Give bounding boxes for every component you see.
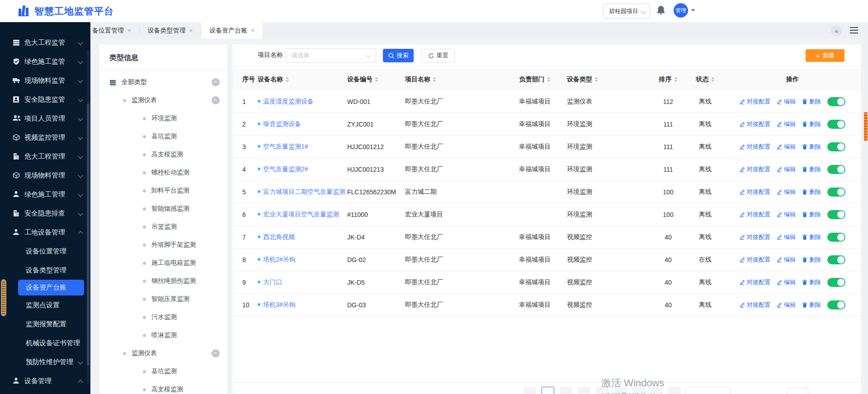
tree-node-13[interactable]: 污水监测	[99, 308, 227, 326]
enable-toggle-on[interactable]	[827, 97, 845, 106]
column-header-code[interactable]: 设备编号	[347, 75, 405, 84]
collapse-circle-icon[interactable]	[212, 349, 220, 357]
link-config-button[interactable]: 对接配置	[740, 98, 770, 106]
page-button-current[interactable]	[542, 387, 554, 394]
right-scrollbar-track[interactable]	[863, 39, 868, 394]
sort-caret-icon[interactable]	[285, 77, 289, 82]
device-name-link[interactable]: 温度湿度监测设备	[263, 98, 314, 105]
edit-button[interactable]: 编辑	[777, 256, 796, 264]
device-name-link[interactable]: 塔机2#吊钩	[263, 256, 296, 263]
enable-toggle-on[interactable]	[827, 255, 845, 264]
link-config-button[interactable]: 对接配置	[740, 120, 770, 128]
notification-bell-icon[interactable]	[656, 5, 667, 17]
sidebar-subitem-5[interactable]: 机械设备证书管理	[0, 333, 90, 352]
column-header-name[interactable]: 设备名称	[258, 75, 347, 84]
sort-caret-icon[interactable]	[711, 77, 715, 82]
tree-node-0[interactable]: 全部类型	[99, 73, 227, 91]
link-config-button[interactable]: 对接配置	[740, 211, 770, 219]
device-name-link[interactable]: 富力城项目二期空气质量监测	[263, 188, 345, 195]
tree-node-16[interactable]: 基坑监测	[99, 362, 227, 380]
sidebar-subitem-2-active[interactable]: 设备资产台账	[18, 280, 84, 296]
avatar-caret-icon[interactable]	[691, 9, 695, 12]
delete-button[interactable]: 删除	[802, 233, 821, 241]
sidebar-item-7[interactable]: 现场物料管理	[0, 166, 90, 185]
sidebar-item-bottom[interactable]: 设备管理	[0, 371, 90, 390]
page-button[interactable]	[650, 387, 663, 394]
sidebar-scrollbar-thumb[interactable]	[87, 103, 90, 366]
column-header-dept[interactable]: 负责部门	[505, 75, 564, 84]
collapse-tabs-button[interactable]: «	[831, 25, 842, 36]
edit-button[interactable]: 编辑	[777, 165, 796, 174]
project-name-select[interactable]: 请选择	[286, 48, 376, 63]
edit-button[interactable]: 编辑	[777, 278, 796, 286]
sidebar-item-1[interactable]: 绿色施工监管	[0, 52, 90, 71]
sidebar-item-8[interactable]: 绿色施工管理	[0, 185, 90, 204]
edit-button[interactable]: 编辑	[777, 233, 796, 241]
enable-toggle-on[interactable]	[827, 210, 845, 219]
page-size-select[interactable]	[685, 387, 731, 394]
device-name-link[interactable]: 噪音监测设备	[263, 120, 301, 127]
page-button[interactable]	[632, 387, 645, 394]
close-icon[interactable]: ×	[127, 27, 131, 34]
column-header-proj[interactable]: 项目名称	[405, 75, 505, 84]
sidebar-subitem-4[interactable]: 监测报警配置	[0, 314, 90, 333]
edit-button[interactable]: 编辑	[777, 301, 796, 309]
delete-button[interactable]: 删除	[802, 278, 821, 286]
delete-button[interactable]: 删除	[802, 256, 821, 264]
sidebar-item-6[interactable]: 危大工程管理	[0, 147, 90, 166]
edit-button[interactable]: 编辑	[777, 143, 796, 151]
sidebar-item-5[interactable]: 视频监控管理	[0, 128, 90, 147]
tab-0[interactable]: 备位置管理×	[90, 22, 139, 39]
left-striped-scroll-indicator[interactable]	[1, 279, 6, 316]
sort-caret-icon[interactable]	[547, 77, 551, 82]
device-name-link[interactable]: 大门口	[263, 278, 282, 286]
link-config-button[interactable]: 对接配置	[740, 256, 770, 264]
right-scrollbar-thumb[interactable]	[864, 112, 868, 141]
tree-node-12[interactable]: 智能压浆监测	[99, 290, 227, 308]
tree-node-10[interactable]: 施工临电箱监测	[99, 254, 227, 272]
page-button[interactable]	[668, 387, 681, 394]
tab-1[interactable]: 设备类型管理×	[140, 22, 201, 39]
sidebar-subitem-6[interactable]: 预防性维护管理	[0, 352, 90, 371]
edit-button[interactable]: 编辑	[777, 188, 796, 196]
link-config-button[interactable]: 对接配置	[740, 301, 770, 309]
page-jump-input[interactable]	[787, 388, 808, 394]
page-button[interactable]	[596, 387, 609, 394]
sidebar-subitem-1[interactable]: 设备类型管理	[0, 261, 90, 280]
sort-caret-icon[interactable]	[674, 77, 678, 82]
device-name-link[interactable]: 空气质量监测2#	[263, 165, 308, 173]
tree-node-7[interactable]: 智能烟感监测	[99, 200, 227, 218]
tree-node-2[interactable]: 环境监测	[99, 109, 227, 127]
tree-node-4[interactable]: 高支模监测	[99, 145, 227, 164]
sidebar-item-2[interactable]: 现场物料监管	[0, 71, 90, 90]
link-config-button[interactable]: 对接配置	[740, 188, 770, 196]
sidebar-item-9[interactable]: 安全隐患排查	[0, 204, 90, 223]
enable-toggle-on[interactable]	[827, 300, 845, 310]
search-button[interactable]: 搜索	[383, 49, 414, 62]
sort-caret-icon[interactable]	[375, 77, 378, 82]
sort-caret-icon[interactable]	[594, 77, 598, 82]
column-header-sort[interactable]: 排序	[650, 75, 686, 84]
delete-button[interactable]: 删除	[802, 98, 821, 106]
page-button[interactable]	[524, 387, 536, 394]
link-config-button[interactable]: 对接配置	[740, 233, 770, 241]
enable-toggle-on[interactable]	[827, 278, 845, 287]
sort-caret-icon[interactable]	[433, 77, 436, 82]
tree-node-5[interactable]: 螺栓松动监测	[99, 164, 227, 182]
device-name-link[interactable]: 塔机3#吊钩	[263, 301, 296, 308]
delete-button[interactable]: 删除	[802, 143, 821, 151]
tree-node-14[interactable]: 喷淋监测	[99, 326, 227, 344]
enable-toggle-on[interactable]	[827, 165, 845, 174]
tree-node-9[interactable]: 外墙脚手架监测	[99, 236, 227, 254]
sidebar-item-3[interactable]: 安全隐患监管	[0, 90, 90, 109]
edit-button[interactable]: 编辑	[777, 98, 796, 106]
delete-button[interactable]: 删除	[802, 188, 821, 196]
close-icon[interactable]: ×	[189, 27, 193, 34]
sidebar-subitem-0[interactable]: 设备位置管理	[0, 242, 90, 261]
device-name-link[interactable]: 西北角视频	[263, 233, 295, 240]
delete-button[interactable]: 删除	[802, 120, 821, 128]
link-config-button[interactable]: 对接配置	[740, 143, 770, 151]
delete-button[interactable]: 删除	[802, 211, 821, 219]
tab-2-active[interactable]: 设备资产台账×	[201, 22, 263, 39]
menu-hamburger-icon[interactable]	[850, 27, 858, 33]
